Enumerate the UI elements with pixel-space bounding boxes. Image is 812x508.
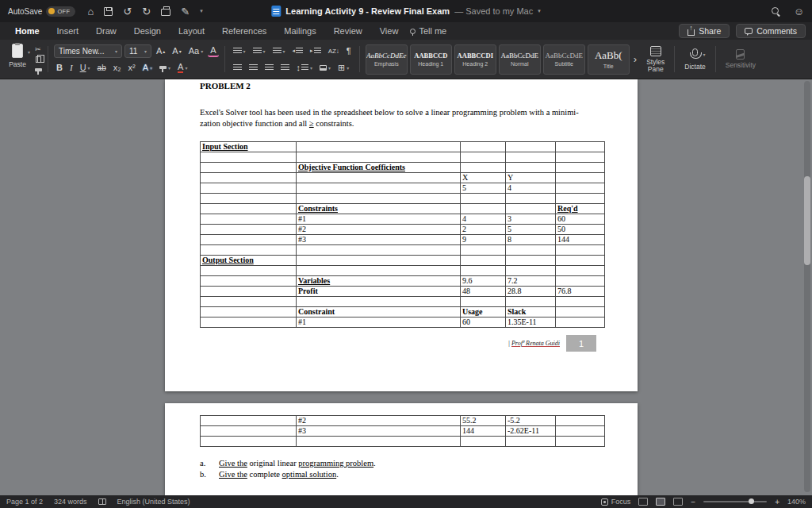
table-cell[interactable]: Constraint (297, 307, 461, 318)
focus-button[interactable]: Focus (601, 498, 631, 506)
table-cell[interactable]: Req'd (556, 204, 605, 214)
table-cell[interactable] (461, 204, 506, 214)
table-cell[interactable] (506, 266, 556, 276)
table-cell[interactable] (201, 173, 297, 183)
zoom-slider[interactable] (703, 501, 767, 502)
tell-me-button[interactable]: Tell me (410, 26, 446, 36)
table-cell[interactable] (506, 245, 556, 256)
table-cell[interactable]: #2 (297, 416, 461, 426)
table-cell[interactable] (461, 163, 506, 173)
table-cell[interactable] (556, 307, 605, 318)
table-cell[interactable] (556, 152, 605, 163)
table-cell[interactable] (201, 266, 297, 276)
autosave-pill[interactable]: OFF (46, 6, 75, 17)
table-cell[interactable] (556, 183, 605, 194)
tab-design[interactable]: Design (125, 24, 170, 38)
table-cell[interactable]: 50 (556, 225, 605, 235)
table-cell[interactable] (506, 297, 556, 307)
table-cell[interactable] (461, 266, 506, 276)
table-cell[interactable] (506, 152, 556, 163)
tab-draw[interactable]: Draw (87, 24, 125, 38)
table-cell[interactable]: 8 (506, 235, 556, 245)
bullets-button[interactable]: ▾ (231, 47, 248, 56)
table-cell[interactable]: -5.2 (506, 416, 556, 426)
table-cell[interactable]: 4 (461, 214, 506, 225)
save-icon[interactable] (104, 7, 113, 16)
table-cell[interactable]: 144 (556, 235, 605, 245)
table-cell[interactable] (201, 426, 297, 437)
shrink-font-button[interactable]: A▾ (170, 45, 183, 56)
zoom-slider-thumb[interactable] (749, 498, 754, 504)
table-cell[interactable] (297, 142, 461, 152)
numbering-button[interactable]: ▾ (251, 47, 268, 56)
bold-button[interactable]: B (54, 62, 65, 73)
table-cell[interactable]: 7.2 (506, 276, 556, 287)
page-2[interactable]: #255.2-5.2#3144-2.62E-11 a.Give the orig… (165, 403, 638, 495)
footer-note[interactable]: | Profª Renata Guidi (508, 340, 560, 347)
web-layout-icon[interactable] (673, 498, 683, 506)
autosave-toggle[interactable]: AutoSave OFF (8, 6, 75, 17)
font-color-button[interactable]: A▾ (175, 61, 190, 74)
table-cell[interactable]: -2.62E-11 (506, 426, 556, 437)
zoom-level[interactable]: 140% (787, 498, 806, 506)
table-cell[interactable] (461, 245, 506, 256)
tab-layout[interactable]: Layout (170, 24, 213, 38)
table-cell[interactable] (201, 163, 297, 173)
style-heading-2[interactable]: AABBCCDI Heading 2 (454, 44, 496, 75)
table-cell[interactable]: 3 (506, 214, 556, 225)
table-cell[interactable]: 5 (506, 225, 556, 235)
table-cell[interactable] (556, 163, 605, 173)
table-cell[interactable] (297, 173, 461, 183)
proofing-status-icon[interactable] (98, 498, 106, 505)
table-cell[interactable]: 48 (461, 287, 506, 297)
sensitivity-button[interactable]: Sensitivity (722, 42, 760, 76)
style-heading-1[interactable]: AABBCCD Heading 1 (410, 44, 452, 75)
superscript-button[interactable]: x² (126, 62, 138, 73)
styles-more-button[interactable]: › (632, 53, 638, 65)
paragraph-marks-button[interactable]: ¶ (344, 45, 354, 56)
strikethrough-button[interactable]: ab (95, 63, 109, 73)
table-cell[interactable]: Usage (461, 307, 506, 318)
table-cell[interactable]: 1.35E-11 (506, 318, 556, 328)
table-cell[interactable]: #3 (297, 235, 461, 245)
table-cell[interactable] (201, 235, 297, 245)
table-cell[interactable] (201, 245, 297, 256)
table-cell[interactable]: 4 (506, 183, 556, 194)
toolbar-options-chevron-icon[interactable]: ▾ (200, 8, 203, 14)
justify-button[interactable] (278, 64, 292, 72)
cut-button[interactable]: ✂ (35, 44, 42, 53)
font-name-select[interactable]: Times New...▾ (54, 44, 122, 58)
table-cell[interactable]: 5 (461, 183, 506, 194)
table-cell[interactable]: 55.2 (461, 416, 506, 426)
table-cell[interactable]: Objective Function Coefficients (297, 163, 461, 173)
home-icon[interactable]: ⌂ (88, 6, 94, 17)
tab-view[interactable]: View (371, 24, 408, 38)
table-cell[interactable]: #1 (297, 318, 461, 328)
vertical-scrollbar[interactable] (804, 81, 810, 492)
language-indicator[interactable]: English (United States) (117, 498, 190, 506)
style-title[interactable]: AaBb( Title (588, 44, 630, 75)
redo-icon[interactable]: ↻ (142, 6, 151, 17)
style-emphasis[interactable]: AaBbCcDdEe Emphasis (366, 44, 408, 75)
table-cell[interactable]: Profit (297, 287, 461, 297)
table-cell[interactable] (201, 297, 297, 307)
solver-table-page1[interactable]: Input SectionObjective Function Coeffici… (200, 141, 605, 328)
table-cell[interactable]: 76.8 (556, 287, 605, 297)
tab-home[interactable]: Home (6, 24, 48, 38)
table-cell[interactable]: #1 (297, 214, 461, 225)
pen-icon[interactable]: ✎ (181, 6, 190, 17)
table-cell[interactable] (461, 256, 506, 266)
table-cell[interactable] (556, 245, 605, 256)
phonetic-guide-button[interactable]: A (208, 44, 218, 57)
word-count[interactable]: 324 words (54, 498, 87, 506)
tab-review[interactable]: Review (325, 24, 371, 38)
tab-insert[interactable]: Insert (48, 24, 88, 38)
shading-button[interactable]: ▾ (317, 64, 333, 71)
multilevel-list-button[interactable]: ▾ (270, 47, 288, 56)
borders-button[interactable]: ⊞▾ (335, 62, 351, 74)
table-cell[interactable] (201, 318, 297, 328)
table-cell[interactable] (461, 142, 506, 152)
table-cell[interactable]: 60 (556, 214, 605, 225)
table-cell[interactable] (506, 194, 556, 204)
style-normal[interactable]: AaBbCcDdE Normal (499, 44, 541, 75)
